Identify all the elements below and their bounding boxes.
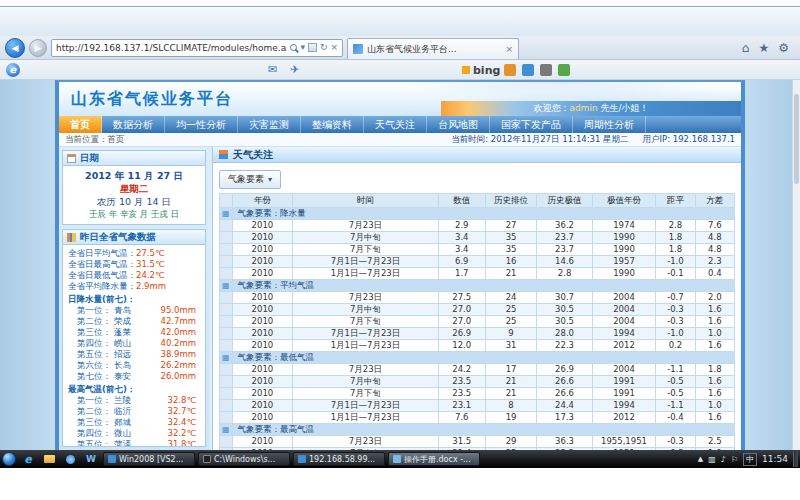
toolbar-icon-green[interactable]	[558, 64, 570, 76]
welcome-suffix: 先生/小姐！	[598, 103, 649, 113]
table-cell: 7.6	[438, 412, 485, 424]
browser-logo-icon[interactable]: e	[6, 63, 20, 77]
browser-viewport: 山东省气候业务平台 欢迎您：admin 先生/小姐！ 首页数据分析均一性分析灾害…	[0, 80, 800, 450]
toolbar-icon-gray[interactable]	[540, 64, 552, 76]
nav-item-3[interactable]: 灾害监测	[238, 116, 301, 133]
table-header-row: 年份时间数值历史排位历史极值极值年份距平方差	[220, 194, 735, 208]
taskbar-window-button[interactable]: 操作手册.docx -...	[388, 452, 480, 466]
table-row: 20107月23日27.52430.72004-0.72.0	[220, 292, 735, 304]
search-caret-icon[interactable]: ▾	[300, 43, 305, 52]
status-right: 当前时间: 2012年11月27日 11:14:31 星期二 用户IP: 192…	[451, 134, 735, 146]
table-group-row[interactable]: ▦气象要素：最高气温	[220, 424, 735, 436]
show-desktop-button[interactable]	[793, 451, 798, 467]
search-icon[interactable]	[290, 44, 297, 51]
bing-logo[interactable]: bing	[462, 64, 500, 77]
table-cell: 27	[485, 220, 537, 232]
element-filter-label: 气象要素	[228, 173, 264, 186]
group-expand-icon[interactable]: ▦	[222, 425, 230, 434]
scrollbar[interactable]	[792, 80, 800, 450]
table-cell: 2010	[232, 448, 293, 451]
taskbar-window-button[interactable]: C:\Windows\s...	[198, 452, 290, 466]
data-table: 年份时间数值历史排位历史极值极值年份距平方差▦气象要素：降水量20107月23日…	[219, 193, 735, 450]
home-icon[interactable]: ⌂	[742, 41, 750, 55]
table-group-row[interactable]: ▦气象要素：最低气温	[220, 352, 735, 364]
tray-expand-icon[interactable]: ▲	[698, 455, 703, 463]
nav-item-2[interactable]: 均一性分析	[165, 116, 238, 133]
url-text[interactable]: http://192.168.137.1/SLCCLIMATE/modules/…	[56, 43, 287, 53]
table-group-row[interactable]: ▦气象要素：平均气温	[220, 280, 735, 292]
panel-icon	[219, 150, 228, 159]
row-icon-cell	[220, 256, 233, 268]
row-icon-cell	[220, 388, 233, 400]
table-cell: -1.1	[656, 400, 695, 412]
group-expand-icon[interactable]: ▦	[222, 281, 230, 290]
taskbar-window-button[interactable]: Win2008 [VS2...	[103, 452, 195, 466]
element-filter-button[interactable]: 气象要素 ▾	[219, 170, 281, 189]
site-container: 山东省气候业务平台 欢迎您：admin 先生/小姐！ 首页数据分析均一性分析灾害…	[55, 80, 745, 450]
group-expand-icon[interactable]: ▦	[222, 209, 230, 218]
group-expand-icon[interactable]: ▦	[222, 353, 230, 362]
table-cell: 2010	[232, 364, 293, 376]
back-button[interactable]: ◀	[5, 38, 25, 58]
table-header-cell: 极值年份	[592, 194, 656, 208]
table-group-row[interactable]: ▦气象要素：降水量	[220, 208, 735, 220]
table-cell: 1.6	[695, 340, 734, 352]
send-plane-icon[interactable]: ✈	[290, 63, 299, 76]
group-name-cell: 气象要素：降水量	[232, 208, 734, 220]
nav-item-4[interactable]: 整编资料	[301, 116, 364, 133]
rank-label: 第四位：	[77, 338, 111, 349]
input-language-indicator[interactable]: 中	[743, 453, 757, 466]
nav-item-6[interactable]: 台风地图	[427, 116, 490, 133]
nav-item-8[interactable]: 周期性分析	[573, 116, 646, 133]
nav-item-5[interactable]: 天气关注	[364, 116, 427, 133]
table-cell: 8	[485, 400, 537, 412]
group-marker-cell: ▦	[220, 424, 233, 436]
date-gregorian: 2012 年 11 月 27 日	[65, 169, 203, 182]
nav-item-7[interactable]: 国家下发产品	[490, 116, 573, 133]
table-cell: 21	[485, 376, 537, 388]
ie-taskbar-icon[interactable]: e	[19, 452, 37, 466]
rank-item: 第四位：微山32.2℃	[68, 428, 200, 439]
table-cell: 23.1	[438, 400, 485, 412]
mail-icon[interactable]: ✉	[268, 63, 277, 76]
nav-item-0[interactable]: 首页	[59, 116, 102, 133]
notification-icon[interactable]: ⚐	[731, 455, 738, 464]
table-cell: 2010	[232, 220, 293, 232]
table-row: 20107月中旬3.43523.719901.84.8	[220, 232, 735, 244]
compatibility-view-icon[interactable]	[308, 43, 317, 52]
browser-tab[interactable]: 山东省气候业务平台... ×	[347, 38, 519, 59]
network-icon[interactable]: ▥	[708, 455, 716, 464]
toolbar-icon-blue[interactable]	[522, 64, 534, 76]
tab-close-icon[interactable]: ×	[505, 44, 513, 54]
rank-value: 40.2mm	[161, 338, 201, 349]
taskbar-window-button[interactable]: 192.168.58.99...	[293, 452, 385, 466]
media-player-taskbar-icon[interactable]	[61, 452, 79, 466]
summary-line: 全省日最低气温：24.2℃	[68, 270, 200, 281]
station-name: 蓬莱	[114, 327, 131, 338]
forward-button[interactable]: ▶	[29, 39, 47, 57]
table-cell: 2.8	[537, 268, 592, 280]
table-cell: 1.6	[695, 412, 734, 424]
favorites-icon[interactable]: ★	[758, 41, 769, 55]
toolbar-icon-orange[interactable]	[504, 64, 516, 76]
stop-icon[interactable]: ×	[330, 43, 338, 52]
tools-gear-icon[interactable]: ⚙	[778, 41, 789, 55]
table-header-cell: 距平	[656, 194, 695, 208]
table-cell: 2010	[232, 244, 293, 256]
group-marker-cell: ▦	[220, 280, 233, 292]
summary-label: 全省日平均气温：	[68, 248, 136, 259]
word-icon: W	[86, 454, 96, 464]
table-cell: 9	[485, 328, 537, 340]
station-name: 招远	[114, 349, 131, 360]
address-bar[interactable]: http://192.168.137.1/SLCCLIMATE/modules/…	[51, 39, 343, 57]
explorer-taskbar-icon[interactable]	[40, 452, 58, 466]
word-taskbar-icon[interactable]: W	[82, 452, 100, 466]
scrollbar-thumb[interactable]	[794, 94, 799, 184]
welcome-username: admin	[569, 103, 597, 113]
start-button[interactable]	[2, 452, 16, 466]
volume-icon[interactable]: ♪	[721, 455, 726, 464]
refresh-icon[interactable]: ↻	[320, 43, 328, 52]
table-cell: 2012	[592, 340, 656, 352]
table-cell: 1.0	[695, 328, 734, 340]
nav-item-1[interactable]: 数据分析	[102, 116, 165, 133]
